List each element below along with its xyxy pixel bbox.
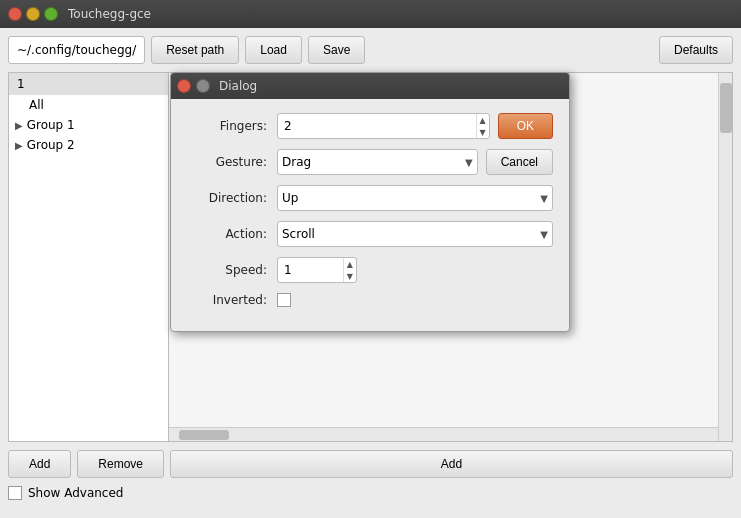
action-label: Action: <box>187 227 267 241</box>
gesture-label: Gesture: <box>187 155 267 169</box>
inverted-checkbox[interactable] <box>277 293 291 307</box>
dialog-row-inverted: Inverted: <box>187 293 553 307</box>
dialog-overlay: Dialog Fingers: 2 ▲ ▼ OK Gesture: <box>0 0 741 518</box>
direction-value: Up <box>282 191 298 205</box>
fingers-arrows[interactable]: ▲ ▼ <box>476 114 489 138</box>
direction-label: Direction: <box>187 191 267 205</box>
speed-label: Speed: <box>187 263 267 277</box>
action-value: Scroll <box>282 227 315 241</box>
dialog: Dialog Fingers: 2 ▲ ▼ OK Gesture: <box>170 72 570 332</box>
direction-arrow-icon: ▼ <box>540 193 548 204</box>
dialog-row-action: Action: Scroll ▼ <box>187 221 553 247</box>
gesture-arrow-icon: ▼ <box>465 157 473 168</box>
gesture-value: Drag <box>282 155 311 169</box>
direction-select[interactable]: Up ▼ <box>277 185 553 211</box>
dialog-row-speed: Speed: 1 ▲ ▼ <box>187 257 553 283</box>
fingers-up-arrow[interactable]: ▲ <box>477 114 489 126</box>
speed-value: 1 <box>278 258 343 282</box>
fingers-spinbox[interactable]: 2 ▲ ▼ <box>277 113 490 139</box>
speed-up-arrow[interactable]: ▲ <box>344 258 356 270</box>
speed-down-arrow[interactable]: ▼ <box>344 270 356 282</box>
speed-spinbox[interactable]: 1 ▲ ▼ <box>277 257 357 283</box>
fingers-down-arrow[interactable]: ▼ <box>477 126 489 138</box>
fingers-label: Fingers: <box>187 119 267 133</box>
speed-arrows[interactable]: ▲ ▼ <box>343 258 356 282</box>
gesture-select[interactable]: Drag ▼ <box>277 149 478 175</box>
dialog-row-gesture: Gesture: Drag ▼ Cancel <box>187 149 553 175</box>
dialog-row-direction: Direction: Up ▼ <box>187 185 553 211</box>
dialog-min-button[interactable] <box>196 79 210 93</box>
dialog-title-bar: Dialog <box>171 73 569 99</box>
cancel-button[interactable]: Cancel <box>486 149 553 175</box>
dialog-close-button[interactable] <box>177 79 191 93</box>
fingers-value: 2 <box>278 114 476 138</box>
ok-button[interactable]: OK <box>498 113 553 139</box>
action-select[interactable]: Scroll ▼ <box>277 221 553 247</box>
inverted-label: Inverted: <box>187 293 267 307</box>
dialog-body: Fingers: 2 ▲ ▼ OK Gesture: Drag ▼ <box>171 99 569 331</box>
dialog-title: Dialog <box>219 79 257 93</box>
action-arrow-icon: ▼ <box>540 229 548 240</box>
dialog-row-fingers: Fingers: 2 ▲ ▼ OK <box>187 113 553 139</box>
